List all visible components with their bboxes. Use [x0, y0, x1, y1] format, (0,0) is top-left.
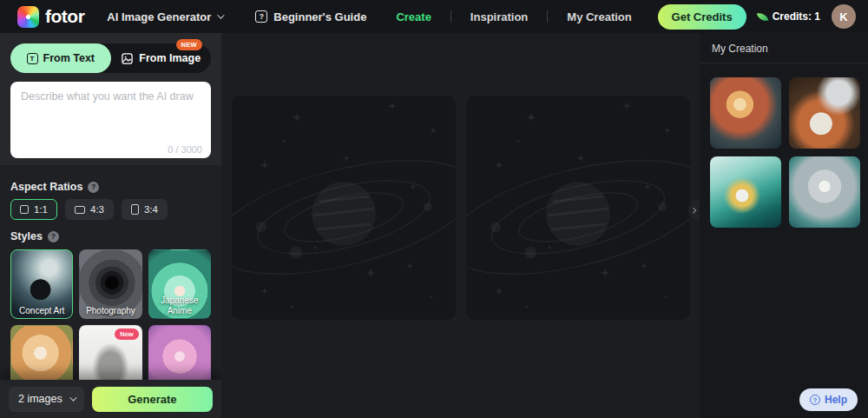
style-card-label: Photography	[80, 306, 141, 316]
style-card-photography[interactable]: Photography	[79, 249, 141, 319]
aspect-ratio-section: Aspect Ratios ? 1:1 4:3 3:4	[0, 181, 221, 220]
main-area: T From Text From Image NEW	[0, 33, 868, 418]
style-card-label: Concept Art	[11, 306, 72, 316]
creation-thumb-panda-surf-wave[interactable]	[710, 156, 781, 228]
portrait-ratio-icon	[131, 204, 139, 215]
ratio-3-4-label: 3:4	[144, 204, 158, 215]
fotor-logo[interactable]: fotor	[17, 6, 84, 28]
user-avatar[interactable]: K	[832, 4, 856, 29]
image-icon	[121, 52, 134, 65]
styles-label: Styles	[10, 230, 43, 242]
aspect-ratio-label: Aspect Ratios	[10, 181, 82, 193]
result-canvas	[221, 33, 700, 418]
tool-switcher-label: AI Image Generator	[107, 10, 211, 23]
nav-inspiration[interactable]: Inspiration	[470, 10, 528, 23]
styles-section: Styles ? Concept Art Photography Japanes…	[0, 230, 221, 395]
ratio-1-1-label: 1:1	[34, 204, 48, 215]
styles-grid: Concept Art Photography Japanese Anime N…	[10, 249, 211, 395]
style-card-japanese-anime[interactable]: Japanese Anime	[148, 249, 211, 319]
style-card-concept-art[interactable]: Concept Art	[10, 249, 73, 319]
aspect-help-icon[interactable]: ?	[88, 182, 99, 193]
generate-footer: 2 images Generate	[0, 380, 221, 418]
my-creation-title: My Creation	[700, 33, 868, 63]
styles-help-icon[interactable]: ?	[48, 231, 59, 242]
nav-guide-label: Beginner's Guide	[273, 10, 366, 23]
ratio-4-3-label: 4:3	[90, 204, 104, 215]
image-count-select[interactable]: 2 images	[9, 387, 84, 412]
my-creation-panel: My Creation ? Help	[700, 33, 868, 418]
chevron-right-icon	[690, 207, 696, 213]
nav-create-label: Create	[396, 10, 431, 23]
chevron-down-icon	[217, 11, 224, 18]
aspect-ratio-options: 1:1 4:3 3:4	[10, 199, 211, 220]
landscape-ratio-icon	[75, 206, 85, 214]
creation-thumb-ramen-bowl[interactable]	[789, 77, 860, 149]
credits-count-label: Credits: 1	[773, 10, 820, 23]
ratio-option-1-1[interactable]: 1:1	[10, 199, 57, 220]
prompt-section: T From Text From Image NEW	[0, 33, 221, 165]
text-icon: T	[27, 53, 38, 64]
style-new-badge: New	[115, 328, 138, 340]
creation-thumb-geisha-noodles[interactable]	[710, 77, 781, 149]
planet-orbit-illustration	[466, 96, 690, 320]
styles-header: Styles ?	[10, 230, 211, 242]
result-placeholder-2	[466, 96, 690, 320]
ratio-option-3-4[interactable]: 3:4	[122, 199, 168, 220]
nav-right-group: Get Credits Credits: 1 K	[658, 4, 856, 30]
app-window: fotor AI Image Generator ? Beginner's Gu…	[0, 0, 868, 418]
creation-thumbnails	[700, 63, 868, 242]
planet-orbit-illustration	[232, 96, 456, 320]
mode-tabs: T From Text From Image NEW	[10, 43, 211, 73]
creation-thumb-panda-surf-sky[interactable]	[789, 156, 860, 228]
aspect-ratio-header: Aspect Ratios ?	[10, 181, 211, 193]
tab-from-text[interactable]: T From Text	[10, 43, 111, 73]
brand-name: fotor	[45, 6, 84, 27]
top-navbar: fotor AI Image Generator ? Beginner's Gu…	[0, 0, 868, 33]
nav-my-creation-label: My Creation	[567, 10, 631, 23]
nav-divider	[547, 10, 548, 23]
get-credits-button[interactable]: Get Credits	[658, 4, 746, 30]
tool-switcher-dropdown[interactable]: AI Image Generator	[107, 10, 222, 23]
char-counter: 0 / 3000	[168, 144, 202, 155]
new-feature-badge: NEW	[176, 39, 202, 50]
tab-from-text-label: From Text	[43, 52, 95, 64]
guide-manual-icon: ?	[255, 10, 267, 23]
nav-my-creation[interactable]: My Creation	[567, 10, 631, 23]
style-card-label: Japanese Anime	[149, 295, 210, 315]
help-label: Help	[825, 394, 847, 406]
generate-button[interactable]: Generate	[92, 387, 213, 412]
nav-create[interactable]: Create	[396, 10, 431, 23]
nav-inspiration-label: Inspiration	[470, 10, 528, 23]
chevron-down-icon	[69, 394, 76, 401]
square-ratio-icon	[20, 205, 29, 214]
fotor-logo-icon	[17, 6, 39, 28]
question-circle-icon: ?	[810, 395, 820, 405]
help-button[interactable]: ? Help	[799, 388, 858, 411]
generator-sidebar: T From Text From Image NEW	[0, 33, 221, 418]
tab-from-image-label: From Image	[139, 52, 201, 64]
result-placeholder-1	[232, 96, 456, 320]
image-count-value: 2 images	[18, 393, 62, 405]
prompt-input-wrap: 0 / 3000	[10, 82, 211, 162]
nav-divider	[450, 10, 451, 23]
credits-indicator[interactable]: Credits: 1	[758, 10, 820, 23]
nav-beginners-guide[interactable]: ? Beginner's Guide	[255, 10, 366, 23]
ratio-option-4-3[interactable]: 4:3	[65, 199, 114, 220]
leaf-icon	[756, 10, 767, 22]
